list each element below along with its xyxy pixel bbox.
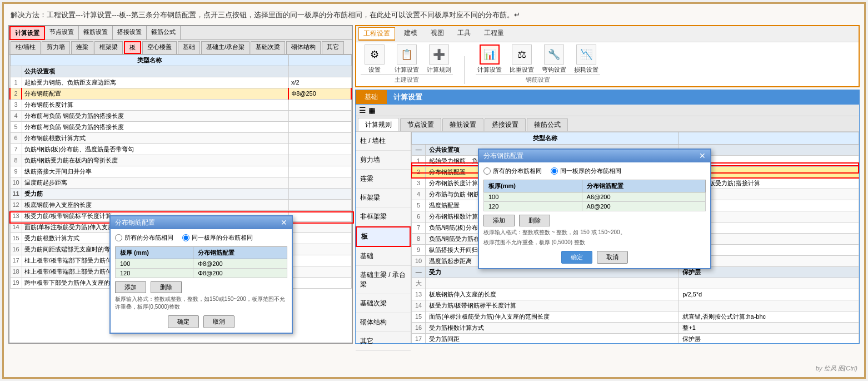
tab-gujin[interactable]: 箍筋设置 (442, 118, 483, 131)
tab-jisuan-guize[interactable]: 计算规则 (358, 118, 399, 131)
del-button-small[interactable]: 删除 (151, 281, 182, 293)
cancel-button-large[interactable]: 取消 (597, 251, 628, 264)
toolbar-icon-jisuanshezhi[interactable]: 📋 计算设置 (393, 44, 421, 74)
toolbar-icon-sunhao[interactable]: 📉 损耗设置 (572, 44, 600, 74)
menu-jianmo[interactable]: 建模 (400, 27, 422, 41)
settings-breadcrumb: 基础 计算设置 (356, 90, 859, 105)
dialog-small-close[interactable]: ✕ (281, 218, 287, 227)
toolbar-group-icons-gangjin: 📊 计算设置 ⚖ 比重设置 🔧 弯钩设置 (476, 44, 600, 74)
left-tab-gujin[interactable]: 箍筋设置 (79, 26, 113, 39)
menu-gongchengshezhi[interactable]: 工程设置 (358, 27, 395, 41)
left-subtab-jichuci[interactable]: 基础次梁 (251, 41, 285, 54)
dialog-large-table: 板厚(mm) 分布钢筋配置 100 A6@200 (483, 180, 706, 211)
toolbar-icons: ⚙ 设置 📋 计算设置 ➕ 计算规则 (356, 42, 859, 86)
sidebar-item-kuangjia[interactable]: 框架梁 (356, 189, 411, 207)
left-subtab-kuangjia[interactable]: 框架梁 (94, 41, 123, 54)
left-subtab-ban[interactable]: 板 (124, 41, 141, 54)
hint-text-large-1: 板厚输入格式：整数或整数 ~ 整数，如 150 或 150~200。 (483, 229, 706, 236)
add-button-large[interactable]: 添加 (483, 215, 515, 226)
toolbar-area: 工程设置 建模 视图 工具 工程量 ⚙ 设置 (355, 25, 860, 87)
right-panel: 工程设置 建模 视图 工具 工程量 ⚙ 设置 (355, 25, 860, 344)
table-row-highlighted: 2 分布钢筋配置 Φ8@250 (10, 88, 351, 99)
settings-content: 类型名称 — 公共设置项 (411, 132, 859, 343)
left-subtab-zhuzhu[interactable]: 柱/墙柱 (11, 41, 41, 54)
left-tabs: 计算设置 节点设置 箍筋设置 搭接设置 箍筋公式 (9, 26, 352, 40)
left-subtab-jichu[interactable]: 基础 (178, 41, 200, 54)
confirm-button-large[interactable]: 确定 (561, 251, 592, 264)
sidebar-item-jichu[interactable]: 基础 (356, 247, 411, 266)
toolbar-icon-bizhong[interactable]: ⚖ 比重设置 (508, 44, 536, 74)
menu-gongliang[interactable]: 工程量 (480, 27, 508, 41)
table-row: 大 (412, 278, 859, 289)
left-subtab-qiti[interactable]: 砌体结构 (286, 41, 321, 54)
left-tab-jiedian[interactable]: 节点设置 (45, 26, 79, 39)
tab-gongshi[interactable]: 箍筋公式 (527, 118, 568, 131)
tab-jiedian[interactable]: 节点设置 (400, 118, 441, 131)
settings-sidebar: 柱 / 墙柱 剪力墙 连梁 框架梁 非框架梁 板 基础 基础主梁 / 承台梁 基… (356, 132, 411, 343)
left-table-value-header (288, 55, 351, 66)
toolbar-icon-jisuan-highlighted[interactable]: 📊 计算设置 (476, 44, 503, 74)
tab-dajie[interactable]: 搭接设置 (485, 118, 526, 131)
sidebar-item-ban[interactable]: 板 (356, 226, 411, 247)
toolbar-icon-jisuan-guize[interactable]: ➕ 计算规则 (425, 44, 453, 74)
left-tab-dajie[interactable]: 搭接设置 (113, 26, 147, 39)
left-table-header: 类型名称 (10, 55, 288, 66)
jisuan-icon-highlighted: 📊 (480, 44, 500, 65)
left-subtab-lian[interactable]: 连梁 (71, 41, 93, 54)
cancel-button-small[interactable]: 取消 (203, 315, 235, 328)
left-subtab-kongxin[interactable]: 空心楼盖 (142, 41, 177, 54)
menu-shitu[interactable]: 视图 (426, 27, 448, 41)
settings-panel: 基础 计算设置 ☰ ▦ 计算规则 节点设置 箍筋设置 搭接设置 箍筋公式 (355, 90, 860, 344)
sunhao-icon: 📉 (576, 44, 596, 65)
wangou-icon: 🔧 (544, 44, 564, 65)
toolbar-menu: 工程设置 建模 视图 工具 工程量 (356, 26, 859, 42)
radio-same-thickness[interactable]: 同一板厚的分布筋相同 (182, 234, 253, 242)
sidebar-item-jichuci[interactable]: 基础次梁 (356, 294, 411, 313)
left-tab-jisuan[interactable]: 计算设置 (9, 26, 45, 40)
confirm-button-small[interactable]: 确定 (168, 315, 199, 328)
radio-all-same[interactable]: 所有的分布筋相同 (115, 234, 173, 242)
dialog-large-title: 分布钢筋配置 ✕ (479, 150, 710, 162)
left-tab-gujingongshi[interactable]: 箍筋公式 (147, 26, 181, 39)
table-row: 14 板受力筋/板带钢筋标平长度计算 (412, 300, 859, 311)
table-row: 3 分布钢筋长度计算 (10, 99, 351, 110)
sidebar-item-zhu[interactable]: 柱 / 墙柱 (356, 132, 411, 151)
sidebar-item-lian[interactable]: 连梁 (356, 170, 411, 189)
bizhong-label: 比重设置 (510, 66, 534, 74)
settings-table-header: 类型名称 (412, 132, 679, 144)
hint-text-large-2: 板厚范围不允许重叠，板厚 (0,5000) 整数 (483, 239, 706, 246)
left-panel: 计算设置 节点设置 箍筋设置 搭接设置 箍筋公式 柱/墙柱 剪力墙 连梁 框架梁… (8, 25, 353, 344)
grid-icon: ▦ (368, 106, 376, 115)
sidebar-item-feikuangjia[interactable]: 非框架梁 (356, 207, 411, 226)
toolbar-icon-shezhi[interactable]: ⚙ 设置 (361, 44, 388, 74)
add-del-buttons: 添加 删除 (115, 281, 287, 293)
dialog-large-table-row: 100 A6@200 (484, 192, 706, 201)
hint-text-small: 板厚输入格式：整数或整数，整数，如150或150~200，板厚范围不允许重叠，板… (115, 295, 287, 311)
toolbar-divider (464, 56, 465, 84)
radio-all-same-large[interactable]: 所有的分布筋相同 (483, 167, 542, 175)
left-subtab-jianliaqiang[interactable]: 剪力墙 (42, 41, 70, 54)
sidebar-item-jianliqiang[interactable]: 剪力墙 (356, 151, 411, 170)
shezhi-label: 设置 (368, 66, 381, 74)
dialog-small-table: 板厚 (mm) 分布钢筋配置 100 Φ8@200 120 Φ8@2 (115, 246, 287, 278)
wangou-label: 弯钩设置 (542, 66, 566, 74)
shezhi-icon: ⚙ (365, 44, 385, 65)
bizhong-icon: ⚖ (512, 44, 532, 65)
toolbar-icon-wangou[interactable]: 🔧 弯钩设置 (540, 44, 568, 74)
del-button-large[interactable]: 删除 (519, 215, 550, 226)
radio-row-large: 所有的分布筋相同 同一板厚的分布筋相同 (483, 167, 706, 175)
add-del-buttons-large: 添加 删除 (483, 215, 706, 226)
sidebar-item-qita[interactable]: 其它 (356, 332, 411, 351)
dialog-large-close[interactable]: ✕ (699, 151, 706, 160)
left-subtab-other[interactable]: 其它 (322, 41, 344, 54)
sidebar-item-qiti[interactable]: 砌体结构 (356, 313, 411, 332)
radio-same-thickness-large[interactable]: 同一板厚的分布筋相同 (551, 167, 621, 175)
sidebar-item-jichuzhu[interactable]: 基础主梁 / 承台梁 (356, 266, 411, 294)
table-row: 10 温度筋起步距离 (10, 177, 351, 188)
add-button-small[interactable]: 添加 (115, 281, 146, 293)
dialog-large-table-row: 120 A8@200 (484, 201, 706, 211)
menu-gongju[interactable]: 工具 (453, 27, 475, 41)
dialog-large: 分布钢筋配置 ✕ 所有的分布筋相同 (478, 149, 711, 269)
tujian-label: 土建设置 (361, 74, 453, 84)
left-subtab-jichuzhu[interactable]: 基础主/承台梁 (201, 41, 250, 54)
